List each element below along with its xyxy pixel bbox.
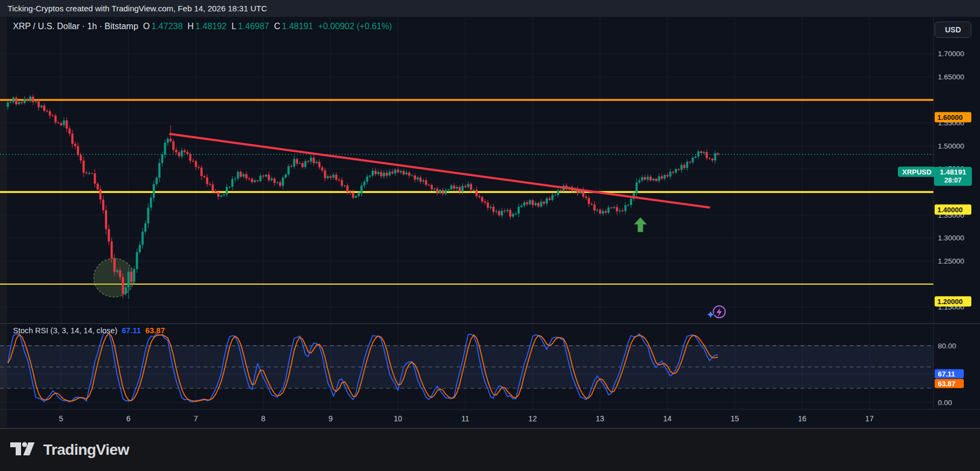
close-label: C — [274, 22, 280, 31]
price-tick-label: 1.25000 — [938, 257, 964, 265]
chart-container: 1.700001.650001.550001.500001.450001.350… — [0, 17, 980, 428]
attribution-bar: Ticking-Cryptos created with TradingView… — [0, 0, 980, 17]
price-tick-label: 1.70000 — [938, 50, 964, 58]
symbol-title[interactable]: XRP / U.S. Dollar · 1h · Bitstamp — [13, 22, 138, 31]
last-price-symbol-tag: XRPUSD — [898, 166, 936, 177]
time-tick-label: 5 — [59, 414, 63, 423]
time-tick-label: 8 — [261, 414, 265, 423]
open-label: O — [143, 22, 150, 31]
trendline[interactable] — [170, 134, 709, 207]
time-tick-label: 17 — [865, 414, 874, 423]
time-tick-label: 6 — [126, 414, 131, 423]
high-value: 1.48192 — [196, 22, 227, 31]
footer: TradingView — [0, 428, 980, 471]
chart-canvas[interactable]: 1.700001.650001.550001.500001.450001.350… — [0, 17, 980, 428]
low-label: L — [231, 22, 236, 31]
price-tick-label: 1.30000 — [938, 234, 964, 242]
stoch-k-axis-label: 67.11 — [935, 369, 964, 378]
symbol-legend[interactable]: XRP / U.S. Dollar · 1h · Bitstamp O 1.47… — [13, 22, 392, 31]
open-value: 1.47238 — [151, 22, 183, 31]
price-level-label-1-60[interactable]: 1.60000 — [935, 112, 971, 123]
currency-button[interactable]: USD — [935, 22, 971, 38]
close-value: 1.48191 — [282, 22, 313, 31]
time-tick-label: 7 — [194, 414, 198, 423]
change-value: +0.00902 (+0.61%) — [318, 22, 392, 31]
time-tick-label: 9 — [328, 414, 333, 423]
time-tick-label: 10 — [394, 414, 402, 423]
attribution-text: Ticking-Cryptos created with TradingView… — [8, 4, 267, 13]
tradingview-screenshot: Ticking-Cryptos created with TradingView… — [0, 0, 980, 471]
time-tick-label: 12 — [528, 414, 537, 423]
stoch-d-value: 63.87 — [145, 326, 165, 335]
time-tick-label: 15 — [730, 414, 739, 423]
price-level-label-1-40[interactable]: 1.40000 — [935, 204, 971, 214]
stoch-legend[interactable]: Stoch RSI (3, 3, 14, 14, close) 67.11 63… — [13, 326, 165, 335]
last-price-value: 1.48191 — [934, 168, 972, 177]
time-tick-label: 14 — [663, 414, 672, 423]
time-tick-label: 16 — [798, 414, 807, 423]
last-price-label: 1.48191 28:07 — [934, 167, 972, 186]
tradingview-logo-text[interactable]: TradingView — [43, 441, 129, 459]
price-tick-label: 1.65000 — [938, 73, 964, 81]
candles-layer — [7, 95, 720, 299]
up-arrow-marker[interactable] — [634, 217, 647, 232]
price-tick-label: 1.50000 — [938, 142, 964, 150]
stoch-tick-label: 0.00 — [938, 399, 952, 407]
price-level-label-1-20[interactable]: 1.20000 — [935, 297, 971, 307]
low-value: 1.46987 — [238, 22, 269, 31]
time-tick-label: 11 — [461, 414, 469, 423]
stoch-k-value: 67.11 — [122, 326, 141, 335]
stoch-d-axis-label: 63.87 — [935, 379, 964, 388]
high-label: H — [187, 22, 194, 31]
stoch-title[interactable]: Stoch RSI (3, 3, 14, 14, close) — [13, 326, 117, 335]
stoch-tick-label: 80.00 — [938, 342, 956, 350]
spark-lightning-icon[interactable] — [707, 306, 725, 318]
candle-countdown: 28:07 — [934, 177, 972, 184]
time-tick-label: 13 — [596, 414, 605, 423]
time-axis[interactable]: 567891011121314151617 — [59, 414, 874, 423]
price-axis[interactable]: 1.700001.650001.550001.500001.450001.350… — [938, 50, 964, 406]
tradingview-logo-mark[interactable] — [9, 437, 37, 463]
